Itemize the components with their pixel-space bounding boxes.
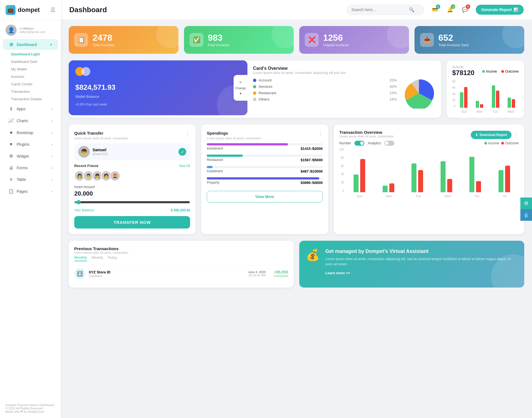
outcome-legend-to: Outcome	[501, 141, 519, 145]
va-icon: 💰	[306, 248, 320, 261]
sidebar: 💼 dompet ☰ 👤 Hi,William william@gmail.co…	[0, 0, 61, 418]
sidebar-item-apps[interactable]: ℹ Apps ›	[3, 103, 58, 114]
notifications-icon-btn[interactable]: 🔔 12	[445, 4, 455, 15]
check-icon: ✓	[178, 148, 186, 156]
sidebar-item-pages[interactable]: 📋 Pages ›	[3, 186, 58, 197]
chevron-right-icon-charts: ›	[52, 119, 53, 122]
quick-transfer-menu-icon[interactable]: ⋮	[185, 130, 190, 136]
transfer-now-button[interactable]: TRANSFER NOW	[74, 216, 190, 229]
settings-icon: ⚙	[524, 200, 528, 206]
restaurant-progress	[207, 155, 243, 157]
tab-today[interactable]: Today	[108, 255, 117, 261]
total-invoices-label: Total Invoices	[93, 43, 114, 47]
user-email: william@gmail.com	[19, 30, 45, 34]
outcome-bar-sun	[464, 87, 467, 108]
previous-transactions-card: Previous Transactions Lorem ipsum dolor …	[69, 241, 294, 288]
transaction-name: XYZ Store ID	[89, 270, 111, 274]
person-handle: @sam224	[93, 152, 108, 156]
income-bar-wed	[508, 98, 511, 108]
transactions-tabs: Monthly Weekly Today	[74, 255, 288, 261]
va-title: Get managed by Dompet's Virtual Assistan…	[325, 248, 518, 254]
spendings-menu-icon[interactable]: ⋮	[318, 130, 323, 136]
mid-section: $824,571.93 Wallet Balance +0.8% than la…	[69, 60, 524, 118]
amount-slider[interactable]	[74, 200, 190, 204]
spendings-card: Spendings ⋮ Lorem ipsum dolor sit amet, …	[201, 124, 328, 234]
stat-card-total-invoices: 📋 2478 Total Invoices	[69, 26, 178, 54]
pages-icon: 📋	[8, 189, 14, 194]
balance-value: $ 456,345.62	[171, 208, 190, 212]
search-bar[interactable]: 🔍	[347, 5, 424, 15]
amount-label: Insert Amount	[74, 185, 190, 189]
paid-icon: ✅	[190, 33, 203, 47]
sidebar-item-my-wallet[interactable]: My Wallet	[8, 65, 61, 73]
virtual-assistant-card: 💰 Get managed by Dompet's Virtual Assist…	[299, 241, 524, 288]
generate-report-button[interactable]: Generate Report 📊	[476, 5, 524, 15]
sidebar-item-dashboard[interactable]: ⊞ Dashboard ▼	[3, 39, 58, 50]
transaction-bar-chart	[345, 148, 519, 192]
big-income-bar-thu	[469, 157, 474, 192]
sidebar-item-cards-center[interactable]: Cards Center	[8, 80, 61, 88]
legend-others: Others 15%	[253, 97, 397, 101]
side-settings-button[interactable]: ⚙	[520, 198, 532, 209]
change-button[interactable]: ↻ Change ▼	[234, 75, 247, 101]
pie-chart	[402, 78, 436, 110]
apps-icon: ℹ	[8, 106, 14, 111]
unpaid-invoices-value: 1256	[323, 33, 349, 43]
friends-avatars-row: 👩 👨 👧 🧑 👩‍🦰	[74, 171, 190, 181]
tab-monthly[interactable]: Monthly	[74, 255, 87, 261]
big-income-bar-sun	[354, 175, 359, 192]
download-report-button[interactable]: ⬇ Download Report	[471, 131, 511, 139]
sidebar-item-invoices[interactable]: Invoices	[8, 73, 61, 80]
search-input[interactable]	[351, 7, 407, 12]
total-invoices-value: 2478	[93, 33, 114, 43]
sidebar-item-forms[interactable]: 🖨 Forms ›	[3, 163, 58, 173]
tab-weekly[interactable]: Weekly	[91, 255, 103, 261]
lower-section: Quick Transfer ⋮ Lorem ipsum dolor sit a…	[69, 124, 524, 234]
sidebar-item-transaction[interactable]: Transaction	[8, 88, 61, 95]
spending-installment: Installment $487 /$10000	[207, 166, 323, 173]
prev-transactions-title: Previous Transactions	[74, 246, 129, 251]
big-bar-group-mon	[375, 183, 402, 192]
copyright: © 2021 All Rights Reserved	[6, 407, 55, 410]
va-learn-more-link[interactable]: Learn more >>	[325, 271, 518, 275]
sidebar-item-plugins[interactable]: ♥ Plugins ›	[3, 139, 58, 150]
sent-icon: 📤	[420, 33, 434, 47]
made-with: Made with ❤ by DesignZone	[6, 410, 55, 414]
messages-icon-btn[interactable]: 💬 5	[460, 4, 470, 15]
sidebar-item-widget[interactable]: ⚙ Widget ›	[3, 151, 58, 161]
sidebar-item-charts[interactable]: 📈 Charts ›	[3, 115, 58, 126]
transaction-overview-title: Transaction Overview	[339, 130, 394, 135]
sent-invoices-value: 652	[438, 33, 469, 43]
stat-card-unpaid-invoices: ❌ 1256 Unpaid Invoices	[299, 26, 409, 54]
logo-emoji: 💼	[7, 7, 14, 13]
sidebar-item-table[interactable]: ≡ Table ›	[3, 174, 58, 185]
friend-avatar-5: 👩‍🦰	[110, 171, 120, 181]
legend-others-pct: 15%	[390, 97, 397, 101]
bar-group-mon	[472, 101, 487, 108]
restaurant-label: Restaurant	[207, 158, 223, 162]
wallet-icon-btn[interactable]: 💳 2	[430, 4, 440, 15]
sidebar-item-dashboard-light[interactable]: Dashboard Light	[8, 50, 61, 58]
see-all-link[interactable]: See All	[179, 164, 190, 168]
download-icon: ⬇	[475, 133, 478, 137]
generate-report-label: Generate Report	[481, 7, 512, 12]
chevron-right-icon-pages: ›	[52, 190, 53, 193]
sidebar-item-transaction-details[interactable]: Transaction Details	[8, 95, 61, 103]
content-area: 📋 2478 Total Invoices ✅ 983 Paid Invoice…	[61, 19, 532, 418]
avatar: 👤	[6, 25, 17, 36]
legend-account: Account 20%	[253, 78, 397, 82]
droplet-icon: 💧	[523, 212, 529, 218]
widget-icon: ⚙	[8, 153, 14, 159]
transaction-overview-menu-icon[interactable]: ⋮	[514, 132, 519, 138]
sidebar-item-bootstrap[interactable]: ★ Bootstrap ›	[3, 127, 58, 138]
analytics-toggle[interactable]	[384, 141, 394, 146]
invoices-icon: 📋	[74, 33, 88, 47]
number-toggle[interactable]	[354, 141, 364, 146]
unpaid-icon: ❌	[305, 33, 319, 47]
side-water-button[interactable]: 💧	[520, 209, 532, 221]
sidebar-item-dashboard-dark[interactable]: Dashboard Dark	[8, 58, 61, 65]
unpaid-invoices-label: Unpaid Invoices	[323, 43, 349, 47]
income-bar-sun	[460, 92, 463, 108]
view-more-button[interactable]: View More	[207, 191, 323, 202]
hamburger-icon[interactable]: ☰	[50, 7, 55, 13]
